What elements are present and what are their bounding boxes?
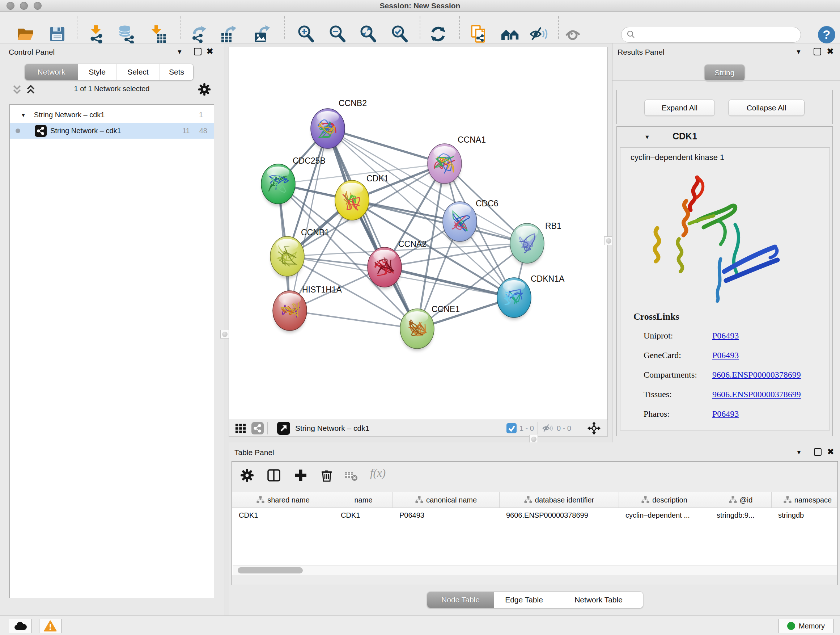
network-canvas[interactable]: CCNB2CCNA1CDC25BCDK1CDC6RB1CCNB1CCNA2CDK… [229, 47, 608, 420]
view-grid-icon[interactable] [235, 423, 246, 434]
tab-string[interactable]: String [705, 65, 745, 81]
column-header-shared-name[interactable]: shared name [232, 492, 334, 508]
column-header--id[interactable]: @id [710, 492, 772, 508]
edge-CCNB2-CCNA1[interactable] [328, 128, 445, 164]
tab-style[interactable]: Style [78, 64, 116, 80]
right-splitter-handle[interactable] [604, 236, 613, 245]
tab-node-table[interactable]: Node Table [427, 592, 494, 608]
add-column-icon[interactable] [294, 468, 308, 483]
function-builder-icon[interactable]: f(x) [370, 467, 386, 480]
cell-namespace[interactable]: stringdb [772, 508, 837, 523]
zoom-out-icon[interactable] [328, 25, 347, 43]
table-gear-icon[interactable] [240, 468, 254, 483]
collapse-all-button[interactable]: Collapse All [728, 100, 805, 116]
view-detach-icon[interactable] [277, 422, 290, 435]
export-image-icon[interactable] [253, 25, 271, 43]
hidden-eye-icon[interactable] [542, 422, 554, 434]
node-CCNB1[interactable] [270, 236, 304, 279]
tab-network[interactable]: Network [25, 64, 78, 80]
copy-network-icon[interactable] [469, 25, 488, 43]
results-panel-float-icon[interactable] [813, 48, 821, 55]
cell-canonical-name[interactable]: P06493 [393, 508, 500, 523]
edge-CCNA2-CDKN1A[interactable] [385, 267, 514, 298]
crosslink-link[interactable]: P06493 [712, 331, 739, 340]
save-session-icon[interactable] [48, 25, 66, 43]
node-CCNA1[interactable] [428, 144, 462, 186]
control-panel-menu-icon[interactable]: ▼ [177, 49, 183, 56]
table-panel-menu-icon[interactable]: ▼ [796, 449, 802, 456]
delete-column-icon[interactable] [319, 468, 334, 483]
search-input[interactable] [639, 28, 801, 41]
import-table-icon[interactable] [148, 25, 167, 43]
node-CCNE1[interactable] [400, 309, 434, 351]
cell--id[interactable]: stringdb:9... [710, 508, 772, 523]
column-header-description[interactable]: description [619, 492, 710, 508]
edge-HIST1H1A-CCNE1[interactable] [290, 310, 417, 329]
show-columns-icon[interactable] [267, 468, 281, 483]
expand-all-button[interactable]: Expand All [644, 100, 715, 116]
tab-network-table[interactable]: Network Table [554, 592, 643, 608]
network-collection-row[interactable]: ▼ String Network – cdk1 1 [10, 107, 214, 123]
column-header-database-identifier[interactable]: database identifier [500, 492, 619, 508]
edge-CCNB2-CCNE1[interactable] [328, 128, 417, 329]
gene-collapse-icon[interactable]: ▼ [644, 134, 650, 141]
column-header-name[interactable]: name [334, 492, 393, 508]
memory-button[interactable]: Memory [778, 619, 834, 633]
collection-expand-icon[interactable]: ▼ [21, 112, 26, 118]
help-icon[interactable]: ? [817, 25, 836, 44]
table-data-row[interactable]: CDK1CDK1P064939606.ENSP00000378699cyclin… [232, 508, 837, 523]
network-options-gear-icon[interactable] [197, 82, 211, 96]
selected-checkbox-icon[interactable] [507, 423, 516, 433]
cloud-status-button[interactable] [9, 619, 32, 633]
cell-shared-name[interactable]: CDK1 [232, 508, 334, 523]
node-HIST1H1A[interactable] [273, 291, 307, 333]
viewbar-separator [538, 422, 538, 434]
import-network-icon[interactable] [87, 25, 105, 43]
show-all-icon[interactable] [564, 25, 583, 43]
zoom-selected-icon[interactable] [390, 25, 409, 43]
birds-eye-icon[interactable] [587, 421, 601, 435]
search-box[interactable] [621, 27, 801, 43]
apply-layout-icon[interactable] [429, 25, 447, 43]
node-CDKN1A[interactable] [497, 278, 531, 320]
column-header-canonical-name[interactable]: canonical name [393, 492, 500, 508]
control-panel-close-icon[interactable]: ✖ [206, 48, 213, 55]
cell-description[interactable]: cyclin–dependent ... [619, 508, 710, 523]
zoom-fit-icon[interactable] [359, 25, 378, 43]
network-row-selected[interactable]: String Network – cdk1 11 48 [10, 123, 214, 139]
window-minimize-light[interactable] [20, 2, 28, 10]
crosslink-link[interactable]: 9606.ENSP00000378699 [712, 370, 801, 380]
view-network-title: String Network – cdk1 [295, 424, 369, 432]
tab-select[interactable]: Select [116, 64, 159, 80]
control-panel-float-icon[interactable] [194, 48, 202, 55]
delete-table-icon[interactable] [345, 471, 358, 481]
open-session-icon[interactable] [16, 25, 35, 43]
export-network-icon[interactable] [190, 25, 209, 43]
results-panel-menu-icon[interactable]: ▼ [796, 49, 802, 56]
table-panel-close-icon[interactable]: ✖ [827, 448, 834, 455]
crosslink-link[interactable]: P06493 [712, 350, 739, 360]
hide-unselected-icon[interactable] [530, 25, 548, 43]
window-zoom-light[interactable] [34, 2, 42, 10]
table-h-scroll-thumb[interactable] [238, 567, 303, 573]
table-panel-float-icon[interactable] [814, 448, 821, 456]
zoom-in-icon[interactable] [297, 25, 316, 43]
window-close-light[interactable] [6, 2, 14, 10]
export-table-icon[interactable] [219, 25, 238, 43]
tab-sets[interactable]: Sets [159, 64, 193, 80]
left-splitter-handle[interactable] [220, 330, 229, 339]
warning-status-button[interactable] [39, 619, 62, 633]
node-CDC25B[interactable] [261, 164, 295, 206]
cell-database-identifier[interactable]: 9606.ENSP00000378699 [500, 508, 619, 523]
view-string-icon[interactable] [251, 422, 264, 434]
crosslink-link[interactable]: P06493 [712, 409, 739, 419]
import-network-from-database-icon[interactable] [117, 25, 136, 43]
column-header-namespace[interactable]: namespace [772, 492, 837, 508]
crosslink-link[interactable]: 9606.ENSP00000378699 [712, 390, 801, 399]
results-panel-close-icon[interactable]: ✖ [827, 48, 834, 55]
tab-edge-table[interactable]: Edge Table [494, 592, 554, 608]
node-RB1[interactable] [510, 223, 544, 265]
home-networks-icon[interactable] [501, 25, 519, 43]
cell-name[interactable]: CDK1 [334, 508, 393, 523]
node-CCNB2[interactable] [311, 109, 345, 150]
